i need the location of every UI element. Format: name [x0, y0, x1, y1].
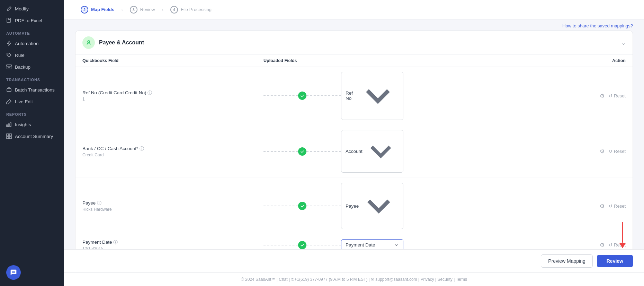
svg-rect-11: [9, 137, 11, 139]
dotted-line-left-payment-date: [263, 245, 298, 245]
reset-icon-ref-no: ↺: [609, 93, 612, 98]
preview-mapping-button[interactable]: Preview Mapping: [541, 254, 592, 268]
dotted-line-left-payee: [263, 206, 298, 206]
layers-icon: [6, 87, 12, 93]
action-col-ref-no: ⚙ ↺ Reset: [445, 92, 626, 100]
how-to-share-link[interactable]: How to share the saved mappings?: [562, 23, 633, 28]
sidebar: Modify PDF to Excel AUTOMATE Automation …: [0, 0, 64, 286]
reset-icon-payee: ↺: [609, 203, 612, 209]
reset-btn-payment-date[interactable]: ↺ Reset: [609, 242, 626, 248]
review-button[interactable]: Review: [597, 255, 633, 267]
sidebar-label-automation: Automation: [15, 41, 38, 46]
sidebar-item-rule[interactable]: Rule: [0, 49, 64, 61]
svg-rect-6: [8, 124, 9, 127]
sidebar-label-pdf-to-excel: PDF to Excel: [15, 18, 42, 23]
field-sub-payee: Hicks Hardware: [82, 207, 263, 212]
check-badge-payee: [298, 202, 306, 210]
check-badge-ref-no: [298, 92, 306, 100]
dropdown-value-payment-date: Payment Date: [346, 242, 375, 248]
field-account: Bank / CC / Cash Account* ⓘ Credit Card: [82, 146, 263, 157]
insights-icon: [6, 122, 12, 127]
main-content: 2 Map Fields › 3 Review › 4 File Process…: [64, 0, 644, 286]
dropdown-ref-no[interactable]: Ref No: [341, 72, 403, 120]
footer-text: © 2024 SaasAnt™ | Chat | ✆+1(619) 377-09…: [241, 277, 467, 282]
footer-action-bar: Preview Mapping Review: [64, 249, 644, 272]
sidebar-label-live-edit: Live Edit: [15, 99, 33, 104]
sidebar-item-batch-transactions[interactable]: Batch Transactions: [0, 84, 64, 96]
svg-rect-4: [7, 89, 11, 92]
gear-btn-ref-no[interactable]: ⚙: [599, 92, 605, 100]
reset-label-account: Reset: [614, 149, 626, 154]
dropdown-value-account: Account: [346, 149, 363, 154]
svg-point-2: [8, 54, 8, 54]
col-header-action: Action: [445, 58, 626, 63]
payee-mapping-table: Quickbooks Field Uploaded Fields Action …: [75, 55, 633, 249]
mapping-col-account: Account: [263, 130, 445, 173]
svg-rect-3: [7, 65, 11, 66]
edit-icon: [6, 6, 12, 11]
sidebar-item-backup[interactable]: Backup: [0, 61, 64, 73]
dropdown-payee[interactable]: Payee: [341, 183, 403, 229]
svg-point-12: [88, 41, 90, 43]
dotted-line-right-payment-date: [306, 245, 341, 245]
dropdown-account[interactable]: Account: [341, 130, 403, 173]
dotted-line-left-ref-no: [263, 95, 298, 96]
step-num-3: 3: [130, 6, 137, 14]
sidebar-label-modify: Modify: [15, 6, 29, 11]
field-sub-payment-date: 12/15/2015: [82, 246, 263, 249]
step-file-processing[interactable]: 4 File Processing: [165, 6, 217, 14]
step-sep-2: ›: [162, 7, 163, 12]
dropdown-value-ref-no: Ref No: [346, 90, 357, 101]
dropdown-payment-date[interactable]: Payment Date: [341, 239, 403, 249]
mapping-col-payee: Payee: [263, 183, 445, 229]
gear-btn-payment-date[interactable]: ⚙: [599, 241, 605, 249]
reset-btn-payee[interactable]: ↺ Reset: [609, 203, 626, 209]
sidebar-item-insights[interactable]: Insights: [0, 119, 64, 130]
step-label-review: Review: [140, 7, 155, 12]
step-label-file-processing: File Processing: [181, 7, 212, 12]
field-payee: Payee ⓘ Hicks Hardware: [82, 200, 263, 212]
sidebar-label-insights: Insights: [15, 122, 31, 127]
reset-btn-ref-no[interactable]: ↺ Reset: [609, 93, 626, 98]
reset-btn-account[interactable]: ↺ Reset: [609, 149, 626, 154]
sidebar-label-rule: Rule: [15, 53, 25, 58]
sidebar-label-batch-transactions: Batch Transactions: [15, 87, 55, 93]
sidebar-item-account-summary[interactable]: Account Summary: [0, 130, 64, 142]
chat-bubble-button[interactable]: [6, 265, 21, 280]
sidebar-item-live-edit[interactable]: Live Edit: [0, 96, 64, 107]
action-col-payment-date: ⚙ ↺ Reset: [445, 241, 626, 249]
step-review[interactable]: 3 Review: [124, 6, 161, 14]
payee-account-section: Payee & Account ⌄ Quickbooks Field Uploa…: [75, 31, 633, 249]
sidebar-item-automation[interactable]: Automation: [0, 37, 64, 49]
table-row-ref-no: Ref No (Credit Card Credit No) ⓘ 1 Ref N…: [75, 67, 633, 125]
dotted-line-right-account: [306, 151, 341, 152]
svg-rect-0: [7, 18, 10, 23]
automate-section-label: AUTOMATE: [0, 26, 64, 37]
check-badge-payment-date: [298, 241, 306, 249]
reports-section-label: REPORTS: [0, 107, 64, 119]
step-sep-1: ›: [121, 7, 123, 12]
payee-section-icon: [82, 36, 95, 49]
tag-icon: [6, 52, 12, 58]
field-payment-date: Payment Date ⓘ 12/15/2015: [82, 239, 263, 249]
field-ref-no: Ref No (Credit Card Credit No) ⓘ 1: [82, 90, 263, 102]
zap-icon: [6, 41, 12, 46]
gear-btn-account[interactable]: ⚙: [599, 147, 605, 155]
sidebar-item-pdf-to-excel[interactable]: PDF to Excel: [0, 15, 64, 26]
mapping-col-ref-no: Ref No: [263, 72, 445, 120]
field-name-account: Bank / CC / Cash Account* ⓘ: [82, 146, 263, 152]
action-col-account: ⚙ ↺ Reset: [445, 147, 626, 155]
svg-rect-7: [10, 123, 11, 127]
gear-btn-payee[interactable]: ⚙: [599, 202, 605, 210]
sidebar-label-account-summary: Account Summary: [15, 134, 53, 139]
transactions-section-label: TRANSACTIONS: [0, 73, 64, 84]
step-map-fields[interactable]: 2 Map Fields: [75, 6, 120, 14]
payee-chevron-icon[interactable]: ⌄: [621, 40, 626, 46]
field-name-ref-no: Ref No (Credit Card Credit No) ⓘ: [82, 90, 263, 96]
svg-rect-8: [7, 134, 9, 136]
reset-label-ref-no: Reset: [614, 93, 626, 98]
action-col-payee: ⚙ ↺ Reset: [445, 202, 626, 210]
reset-icon-payment-date: ↺: [609, 242, 612, 248]
sidebar-item-modify[interactable]: Modify: [0, 3, 64, 15]
payee-section-title: Payee & Account: [99, 40, 144, 46]
